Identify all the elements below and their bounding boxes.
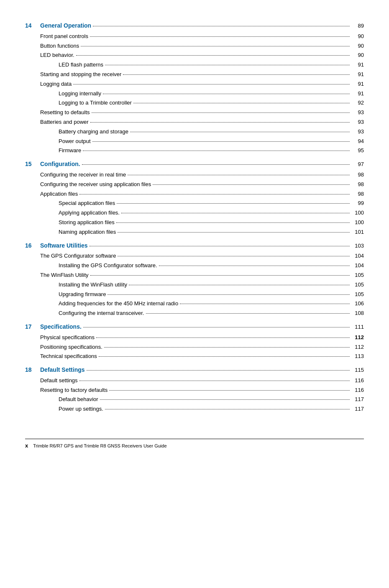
section-title: Configuring the receiver using applicati…: [25, 180, 151, 189]
section-page: 90: [351, 42, 364, 51]
section-page: 98: [351, 171, 364, 179]
section-page: 91: [351, 80, 364, 89]
chapter-entry: 18Default Settings115: [25, 365, 364, 375]
dot-leader: [83, 327, 350, 327]
dot-leader: [83, 151, 350, 151]
dot-leader: [76, 55, 350, 56]
section-page: 94: [351, 137, 364, 146]
section-entry: Resetting to factory defaults116: [25, 386, 364, 395]
section-entry: Positioning specifications.112: [25, 343, 364, 352]
section-title: Installing the GPS Configurator software…: [25, 261, 157, 270]
footer: x Trimble R6/R7 GPS and Trimble R8 GNSS …: [25, 439, 364, 449]
section-entry: Power output94: [25, 137, 364, 146]
dot-leader: [123, 74, 350, 75]
section-title: Logging data: [25, 80, 72, 89]
footer-x: x: [25, 442, 28, 449]
section-page: 93: [351, 108, 364, 117]
section-page: 93: [351, 118, 364, 127]
section-title: Front panel controls: [25, 32, 88, 41]
dot-leader: [103, 94, 350, 94]
section-page: 91: [351, 61, 364, 69]
dot-leader: [81, 46, 350, 46]
section-title: Positioning specifications.: [25, 343, 102, 352]
section-title: Battery charging and storage: [25, 128, 128, 136]
section-page: 91: [351, 70, 364, 79]
section-page: 108: [351, 309, 364, 318]
dot-leader: [96, 337, 350, 338]
section-entry: Logging data91: [25, 80, 364, 89]
section-entry: The WinFlash Utility105: [25, 271, 364, 280]
section-title: Batteries and power: [25, 118, 89, 127]
section-page: 116: [351, 386, 364, 395]
section-entry: Storing application files100: [25, 218, 364, 227]
chapter-title: General Operation: [40, 21, 91, 30]
chapter-entry: 15Configuration.97: [25, 159, 364, 169]
section-title: Physical specifications: [25, 333, 95, 342]
dot-leader: [128, 175, 350, 175]
section-title: Adding frequencies for the 450 MHz inter…: [25, 299, 178, 308]
section-page: 105: [351, 271, 364, 280]
section-title: Naming application files: [25, 228, 116, 237]
chapter-page: 103: [351, 242, 364, 251]
dot-leader: [116, 222, 350, 223]
section-entry: Default settings116: [25, 376, 364, 385]
section-page: 100: [351, 218, 364, 227]
dot-leader: [73, 84, 350, 84]
section-page: 92: [351, 99, 364, 107]
section-title: Installing the WinFlash utility: [25, 281, 127, 289]
chapter-number: 16: [25, 241, 40, 250]
section-page: 105: [351, 290, 364, 299]
section-entry: Physical specifications112: [25, 333, 364, 342]
chapter-entry: 17Specifications.111: [25, 322, 364, 332]
chapter-number: 18: [25, 365, 40, 374]
section-page: 98: [351, 190, 364, 199]
section-page: 104: [351, 261, 364, 270]
section-entry: Default behavior117: [25, 395, 364, 404]
dot-leader: [107, 294, 350, 295]
dot-leader: [90, 246, 350, 246]
chapter-number: 15: [25, 159, 40, 169]
dot-leader: [153, 184, 350, 185]
section-title: Button functions: [25, 42, 79, 51]
chapter-title: Default Settings: [40, 365, 85, 374]
dot-leader: [104, 347, 350, 348]
section-title: Configuring the internal transceiver.: [25, 309, 144, 318]
section-page: 93: [351, 128, 364, 136]
section-title: Storing application files: [25, 218, 115, 227]
chapter-entry: 14General Operation89: [25, 21, 364, 31]
section-entry: Application files98: [25, 190, 364, 199]
section-title: Configuring the receiver in real time: [25, 171, 126, 179]
section-title: Resetting to factory defaults: [25, 386, 107, 395]
section-page: 112: [351, 343, 364, 352]
section-title: The WinFlash Utility: [25, 271, 89, 280]
chapter-title: Software Utilities: [40, 241, 88, 250]
section-title: Default behavior: [25, 395, 98, 404]
section-page: 104: [351, 252, 364, 261]
dot-leader: [87, 370, 350, 371]
section-title: Applying application files.: [25, 209, 120, 217]
section-entry: Installing the GPS Configurator software…: [25, 261, 364, 270]
section-entry: Configuring the receiver in real time98: [25, 171, 364, 179]
section-entry: Naming application files101: [25, 228, 364, 237]
chapter-page: 89: [351, 22, 364, 31]
section-title: Special application files: [25, 199, 115, 208]
section-page: 98: [351, 180, 364, 189]
section-page: 100: [351, 209, 364, 217]
dot-leader: [118, 256, 350, 256]
section-title: Technical specifications: [25, 352, 97, 361]
section-entry: LED flash patterns91: [25, 61, 364, 69]
section-page: 105: [351, 281, 364, 289]
chapter-title: Configuration.: [40, 159, 80, 169]
section-title: Starting and stopping the receiver: [25, 70, 121, 79]
dot-leader: [92, 141, 350, 142]
section-page: 99: [351, 199, 364, 208]
dot-leader: [90, 275, 350, 276]
dot-leader: [105, 65, 350, 65]
section-title: LED flash patterns: [25, 61, 103, 69]
section-entry: Configuring the receiver using applicati…: [25, 180, 364, 189]
dot-leader: [90, 36, 350, 37]
section-title: Power up settings.: [25, 405, 103, 414]
dot-leader: [99, 356, 350, 357]
section-page: 117: [351, 405, 364, 414]
section-title: Logging internally: [25, 89, 101, 98]
